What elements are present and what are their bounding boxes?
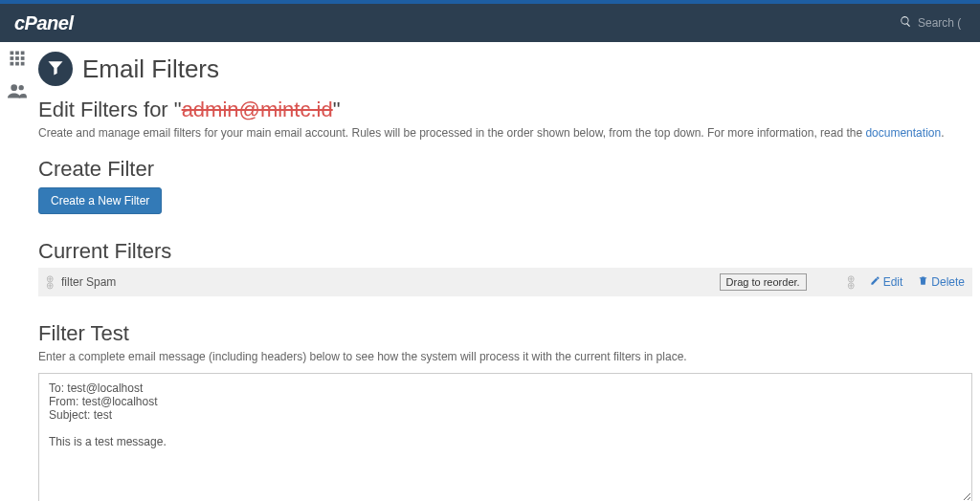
svg-rect-4 (15, 56, 19, 60)
svg-rect-5 (21, 56, 25, 60)
create-filter-heading: Create Filter (38, 157, 980, 182)
edit-desc-text: Create and manage email filters for your… (38, 126, 865, 140)
delete-label: Delete (931, 275, 965, 289)
header-search[interactable] (900, 15, 966, 31)
filter-name: filter Spam (61, 275, 116, 289)
svg-rect-0 (11, 52, 14, 55)
pencil-icon (870, 275, 880, 289)
page-title: Email Filters (82, 54, 219, 84)
current-filters-heading: Current Filters (38, 239, 980, 264)
svg-point-9 (11, 84, 17, 91)
filter-test-heading: Filter Test (38, 321, 980, 346)
page-icon-funnel (38, 52, 73, 86)
svg-rect-7 (15, 62, 19, 66)
edit-filters-desc: Create and manage email filters for your… (38, 126, 980, 140)
documentation-link[interactable]: documentation (865, 126, 941, 140)
edit-filters-heading: Edit Filters for "admin@mintc.id" (38, 98, 980, 122)
filter-test-desc: Enter a complete email message (includin… (38, 350, 980, 363)
users-icon (8, 87, 27, 101)
svg-rect-6 (11, 62, 14, 66)
main-content: Email Filters Edit Filters for "admin@mi… (34, 42, 980, 501)
drag-handle-icon[interactable]: ⊕⊕ (46, 276, 56, 289)
filter-row: ⊕⊕ filter Spam Drag to reorder. ⊕⊕ Edit (38, 268, 972, 296)
create-new-filter-button[interactable]: Create a New Filter (38, 187, 162, 214)
sidebar-item-users[interactable] (8, 83, 27, 101)
edit-filters-account: admin@mintc.id (182, 98, 333, 121)
grid-icon (9, 55, 26, 70)
svg-rect-3 (11, 56, 14, 60)
delete-filter-link[interactable]: Delete (918, 275, 965, 289)
funnel-icon (46, 58, 65, 80)
edit-filter-link[interactable]: Edit (870, 275, 903, 289)
search-icon (900, 15, 912, 31)
filter-test-textarea[interactable] (38, 373, 972, 501)
edit-filters-prefix: Edit Filters for " (38, 98, 182, 121)
sidebar (0, 42, 34, 501)
edit-desc-suffix: . (941, 126, 944, 140)
svg-point-10 (19, 85, 24, 90)
header: cPanel (0, 4, 980, 42)
search-input[interactable] (918, 16, 966, 30)
trash-icon (918, 275, 928, 289)
reorder-tooltip: Drag to reorder. (720, 273, 807, 291)
sort-handle-icon[interactable]: ⊕⊕ (847, 276, 857, 289)
edit-filters-suffix: " (333, 98, 341, 121)
brand-logo[interactable]: cPanel (14, 12, 73, 34)
svg-rect-1 (15, 52, 19, 55)
edit-label: Edit (883, 275, 903, 289)
sidebar-item-apps[interactable] (9, 50, 26, 70)
svg-rect-8 (21, 62, 25, 66)
svg-rect-2 (21, 52, 25, 55)
